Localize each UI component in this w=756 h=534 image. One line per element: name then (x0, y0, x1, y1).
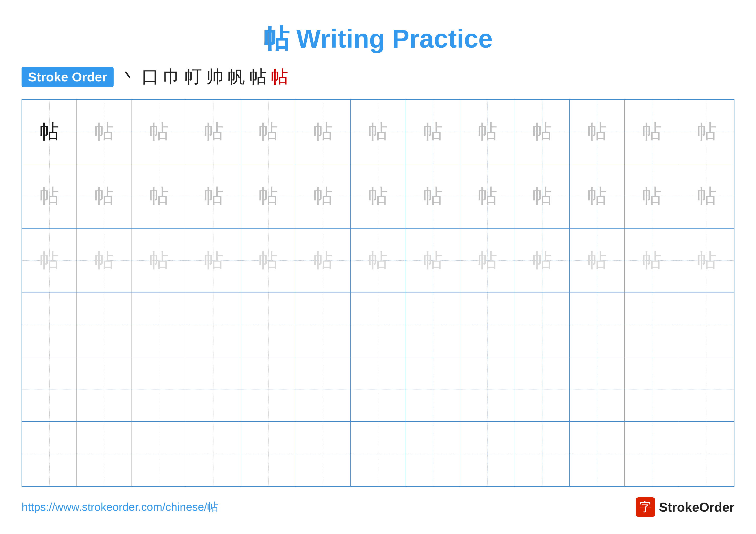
cell-char-0-10: 帖 (587, 122, 607, 141)
grid-cell-2-10[interactable]: 帖 (570, 229, 624, 292)
grid-cell-1-7[interactable]: 帖 (405, 164, 460, 228)
grid-cell-2-6[interactable]: 帖 (351, 229, 405, 292)
grid-cell-0-9[interactable]: 帖 (515, 100, 570, 164)
grid-cell-5-4[interactable] (241, 422, 296, 486)
grid-cell-0-2[interactable]: 帖 (131, 100, 186, 164)
cell-char-2-10: 帖 (587, 251, 607, 270)
grid-cell-1-9[interactable]: 帖 (515, 164, 570, 228)
grid-cell-2-5[interactable]: 帖 (296, 229, 351, 292)
grid-cell-4-3[interactable] (186, 357, 241, 421)
grid-cell-2-0[interactable]: 帖 (22, 229, 77, 292)
grid-cell-0-11[interactable]: 帖 (625, 100, 679, 164)
grid-cell-4-5[interactable] (296, 357, 351, 421)
grid-cell-5-2[interactable] (131, 422, 186, 486)
grid-cell-0-7[interactable]: 帖 (405, 100, 460, 164)
grid-cell-5-10[interactable] (570, 422, 624, 486)
grid-cell-0-4[interactable]: 帖 (241, 100, 296, 164)
grid-cell-1-12[interactable]: 帖 (679, 164, 734, 228)
grid-cell-4-9[interactable] (515, 357, 570, 421)
grid-cell-2-8[interactable]: 帖 (460, 229, 515, 292)
footer-url[interactable]: https://www.strokeorder.com/chinese/帖 (21, 499, 218, 515)
grid-cell-2-4[interactable]: 帖 (241, 229, 296, 292)
stroke-step-0: 丶 (120, 65, 137, 89)
grid-cell-3-3[interactable] (186, 293, 241, 357)
grid-cell-0-6[interactable]: 帖 (351, 100, 405, 164)
grid-cell-3-1[interactable] (77, 293, 131, 357)
grid-cell-3-6[interactable] (351, 293, 405, 357)
grid-cell-5-7[interactable] (405, 422, 460, 486)
grid-row-5 (22, 422, 734, 486)
grid-cell-3-4[interactable] (241, 293, 296, 357)
grid-cell-4-11[interactable] (625, 357, 679, 421)
grid-cell-1-2[interactable]: 帖 (131, 164, 186, 228)
grid-cell-1-1[interactable]: 帖 (77, 164, 131, 228)
grid-cell-0-1[interactable]: 帖 (77, 100, 131, 164)
stroke-step-6: 帖 (249, 65, 267, 89)
stroke-step-2: 巾 (163, 65, 180, 89)
grid-cell-3-12[interactable] (679, 293, 734, 357)
grid-cell-4-1[interactable] (77, 357, 131, 421)
grid-cell-1-10[interactable]: 帖 (570, 164, 624, 228)
grid-row-2: 帖帖帖帖帖帖帖帖帖帖帖帖帖 (22, 229, 734, 293)
grid-cell-1-4[interactable]: 帖 (241, 164, 296, 228)
stroke-step-5: 帆 (228, 65, 245, 89)
grid-cell-2-9[interactable]: 帖 (515, 229, 570, 292)
grid-cell-4-4[interactable] (241, 357, 296, 421)
cell-char-1-1: 帖 (94, 186, 114, 206)
stroke-order-badge: Stroke Order (21, 67, 114, 87)
grid-cell-3-2[interactable] (131, 293, 186, 357)
grid-cell-4-8[interactable] (460, 357, 515, 421)
grid-cell-5-8[interactable] (460, 422, 515, 486)
grid-cell-3-5[interactable] (296, 293, 351, 357)
grid-cell-5-11[interactable] (625, 422, 679, 486)
stroke-step-1: 口 (142, 65, 159, 89)
grid-cell-1-11[interactable]: 帖 (625, 164, 679, 228)
grid-cell-4-2[interactable] (131, 357, 186, 421)
grid-cell-1-6[interactable]: 帖 (351, 164, 405, 228)
grid-cell-3-8[interactable] (460, 293, 515, 357)
grid-cell-3-10[interactable] (570, 293, 624, 357)
grid-cell-4-12[interactable] (679, 357, 734, 421)
grid-cell-2-3[interactable]: 帖 (186, 229, 241, 292)
grid-cell-4-0[interactable] (22, 357, 77, 421)
grid-cell-0-0[interactable]: 帖 (22, 100, 77, 164)
grid-cell-5-12[interactable] (679, 422, 734, 486)
grid-cell-0-5[interactable]: 帖 (296, 100, 351, 164)
grid-row-4 (22, 357, 734, 422)
grid-cell-3-11[interactable] (625, 293, 679, 357)
grid-cell-0-12[interactable]: 帖 (679, 100, 734, 164)
cell-char-0-11: 帖 (642, 122, 662, 141)
grid-cell-3-9[interactable] (515, 293, 570, 357)
cell-char-2-5: 帖 (313, 251, 333, 270)
grid-cell-4-10[interactable] (570, 357, 624, 421)
grid-cell-1-0[interactable]: 帖 (22, 164, 77, 228)
grid-cell-5-0[interactable] (22, 422, 77, 486)
grid-cell-0-3[interactable]: 帖 (186, 100, 241, 164)
grid-cell-2-1[interactable]: 帖 (77, 229, 131, 292)
grid-cell-5-5[interactable] (296, 422, 351, 486)
cell-char-0-3: 帖 (204, 122, 223, 141)
grid-cell-1-8[interactable]: 帖 (460, 164, 515, 228)
grid-cell-5-6[interactable] (351, 422, 405, 486)
grid-cell-3-7[interactable] (405, 293, 460, 357)
grid-cell-0-8[interactable]: 帖 (460, 100, 515, 164)
grid-cell-3-0[interactable] (22, 293, 77, 357)
grid-cell-5-1[interactable] (77, 422, 131, 486)
grid-cell-2-12[interactable]: 帖 (679, 229, 734, 292)
cell-char-2-11: 帖 (642, 251, 662, 270)
cell-char-0-6: 帖 (368, 122, 388, 141)
grid-cell-4-6[interactable] (351, 357, 405, 421)
grid-cell-5-9[interactable] (515, 422, 570, 486)
footer-logo-icon: 字 (636, 497, 655, 517)
cell-char-1-7: 帖 (423, 186, 443, 206)
grid-cell-2-7[interactable]: 帖 (405, 229, 460, 292)
grid-cell-4-7[interactable] (405, 357, 460, 421)
grid-cell-2-11[interactable]: 帖 (625, 229, 679, 292)
grid-cell-5-3[interactable] (186, 422, 241, 486)
grid-cell-2-2[interactable]: 帖 (131, 229, 186, 292)
grid-cell-1-3[interactable]: 帖 (186, 164, 241, 228)
grid-cell-1-5[interactable]: 帖 (296, 164, 351, 228)
cell-char-2-4: 帖 (258, 251, 278, 270)
grid-cell-0-10[interactable]: 帖 (570, 100, 624, 164)
footer-logo-text: StrokeOrder (659, 500, 735, 515)
